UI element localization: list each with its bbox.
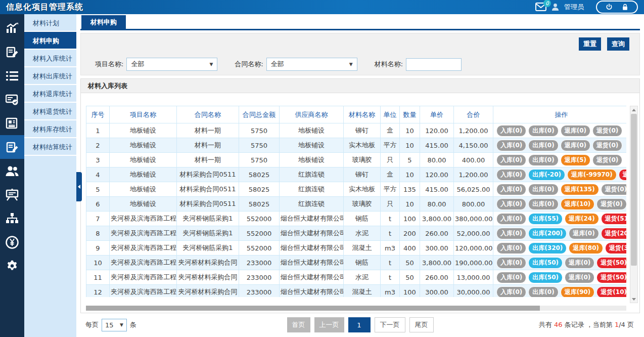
project-name-select[interactable]: 全部 ▼ <box>126 58 217 71</box>
pager-button[interactable]: 首页 <box>287 317 310 332</box>
outbound-button[interactable]: 出库(320) <box>528 242 567 254</box>
form-edit-active-icon[interactable] <box>0 135 24 159</box>
yuan-icon[interactable] <box>0 230 24 254</box>
sidebar-item[interactable]: 材料库存统计 <box>24 120 76 138</box>
vertical-scrollbar[interactable] <box>630 106 638 303</box>
sidebar-item[interactable]: 材料出库统计 <box>24 67 76 85</box>
pager-button[interactable]: 1 <box>348 317 371 332</box>
goods-return-button[interactable]: 退货(0) <box>596 198 626 210</box>
store-return-button[interactable]: 退库(0) <box>561 125 590 137</box>
inbound-button[interactable]: 入库(0) <box>496 169 526 181</box>
goods-return-button[interactable]: 退货(50) <box>596 272 626 283</box>
store-return-button[interactable]: 退库(-99970) <box>567 169 617 181</box>
store-return-button[interactable]: 退库(90) <box>561 286 595 298</box>
top-bar: 信息化项目管理系统 0 管理员 <box>0 0 644 14</box>
reset-button[interactable]: 重置 <box>579 37 601 51</box>
chart-icon[interactable] <box>0 16 24 40</box>
inbound-button[interactable]: 入库(0) <box>496 242 526 254</box>
column-header: 供应商名称 <box>280 106 344 123</box>
tab-material-request[interactable]: 材料申购 <box>81 15 126 29</box>
pager-buttons: 首页上一页1下一页尾页 <box>287 317 434 332</box>
message-icon[interactable]: 0 <box>535 3 546 12</box>
column-header: 序号 <box>86 106 110 123</box>
board-icon[interactable] <box>0 183 24 206</box>
outbound-button[interactable]: 出库(0) <box>528 286 558 298</box>
goods-return-button[interactable]: 退货(200) <box>601 228 626 239</box>
inbound-button[interactable]: 入库(0) <box>496 140 526 151</box>
pager-button[interactable]: 上一页 <box>314 317 344 332</box>
scroll-up-icon[interactable] <box>630 106 637 113</box>
lock-icon[interactable] <box>621 3 629 11</box>
outbound-button[interactable]: 出库(0) <box>528 125 558 137</box>
goods-return-button[interactable]: 退货(0) <box>592 140 622 151</box>
sidebar-item[interactable]: 材料结算统计 <box>24 138 76 156</box>
goods-return-button[interactable]: 退货(320) <box>605 242 626 254</box>
store-return-button[interactable]: 退库(0) <box>561 140 590 151</box>
goods-return-button[interactable]: 退货(0) <box>601 184 626 195</box>
inbound-button[interactable]: 入库(0) <box>496 154 526 166</box>
outbound-button[interactable]: 出库(200) <box>528 228 567 239</box>
outbound-button[interactable]: 出库(50) <box>528 272 563 283</box>
news-icon[interactable] <box>0 111 24 135</box>
inbound-button[interactable]: 入库(0) <box>496 184 526 195</box>
sidebar-item[interactable]: 材料入库统计 <box>24 50 76 67</box>
inbound-button[interactable]: 入库(0) <box>496 272 526 283</box>
goods-return-button[interactable]: 退货(9998 <box>619 169 626 181</box>
store-return-button[interactable]: 退库(0) <box>569 228 599 239</box>
per-page-select[interactable]: 15 ▼ <box>102 319 127 331</box>
horizontal-scrollbar-thumb[interactable] <box>86 306 540 311</box>
goods-return-button[interactable]: 退货(0) <box>592 154 622 166</box>
store-return-button[interactable]: 退库(135) <box>561 184 599 195</box>
sidebar-collapse-toggle[interactable] <box>76 172 82 201</box>
outbound-button[interactable]: 出库(-20) <box>528 169 565 181</box>
goods-return-button[interactable]: 退货(51) <box>601 213 626 225</box>
gear-icon[interactable] <box>0 254 24 278</box>
material-name-input[interactable] <box>406 58 462 71</box>
store-return-button[interactable]: 退库(80) <box>569 242 603 254</box>
form-edit-icon[interactable] <box>0 40 24 64</box>
inbound-button[interactable]: 入库(0) <box>496 213 526 225</box>
sitemap-icon[interactable] <box>0 206 24 230</box>
card-check-icon[interactable] <box>0 88 24 111</box>
table-row: 12夹河桥及滨海西路工程夹河桥材料采购合同233000烟台恒大建材有限公司混凝土… <box>86 285 627 298</box>
sidebar-item[interactable]: 材料退库统计 <box>24 85 76 103</box>
outbound-button[interactable]: 出库(0) <box>528 184 558 195</box>
filter-panel: 重置 查询 项目名称: 全部 ▼ 合同名称: 全部 ▼ 材料名称: <box>80 33 640 75</box>
store-return-button[interactable]: 退库(0) <box>565 272 594 283</box>
store-return-button[interactable]: 退库(10) <box>561 198 595 210</box>
list-icon[interactable] <box>0 64 24 88</box>
store-return-button[interactable]: 退库(0) <box>565 257 594 269</box>
actions-cell: 入库(0)出库(200)退库(0)退货(200) <box>493 226 627 241</box>
horizontal-scrollbar[interactable] <box>86 306 626 311</box>
user-name[interactable]: 管理员 <box>564 3 584 12</box>
search-button[interactable]: 查询 <box>607 37 629 51</box>
inbound-button[interactable]: 入库(0) <box>496 286 526 298</box>
goods-return-button[interactable]: 退货(0) <box>592 125 622 137</box>
outbound-button[interactable]: 出库(0) <box>528 154 558 166</box>
users-icon[interactable] <box>0 159 24 183</box>
outbound-button[interactable]: 出库(55) <box>528 213 563 225</box>
outbound-button[interactable]: 出库(0) <box>528 198 558 210</box>
goods-return-button[interactable]: 退货(10) <box>596 286 626 298</box>
goods-return-button[interactable]: 退货(50) <box>596 257 626 269</box>
vertical-scrollbar-thumb[interactable] <box>631 114 637 266</box>
outbound-button[interactable]: 出库(0) <box>528 140 558 151</box>
inbound-button[interactable]: 入库(0) <box>496 257 526 269</box>
store-return-button[interactable]: 退库(24) <box>565 213 599 225</box>
record-summary: 共有 46 条记录 ，当前第 1/4 页 <box>539 320 634 329</box>
outbound-button[interactable]: 出库(50) <box>528 257 563 269</box>
scroll-down-icon[interactable] <box>630 296 637 303</box>
sidebar-item[interactable]: 材料退货统计 <box>24 103 76 120</box>
inbound-button[interactable]: 入库(0) <box>496 198 526 210</box>
table-header-row: 序号项目名称合同名称合同总金额供应商名称材料名称单位数量单价合价操作 <box>86 106 627 123</box>
pager-button[interactable]: 下一页 <box>375 317 405 332</box>
sidebar-item[interactable]: 材料申购 <box>24 32 76 50</box>
inbound-button[interactable]: 入库(0) <box>496 125 526 137</box>
pager-button[interactable]: 尾页 <box>409 317 434 332</box>
contract-name-select[interactable]: 全部 ▼ <box>266 58 357 71</box>
inbound-button[interactable]: 入库(0) <box>496 228 526 239</box>
actions-cell: 入库(0)出库(320)退库(80)退货(320) <box>493 241 627 256</box>
power-icon[interactable] <box>605 3 613 11</box>
sidebar-item[interactable]: 材料计划 <box>24 14 76 32</box>
store-return-button[interactable]: 退库(5) <box>561 154 590 166</box>
